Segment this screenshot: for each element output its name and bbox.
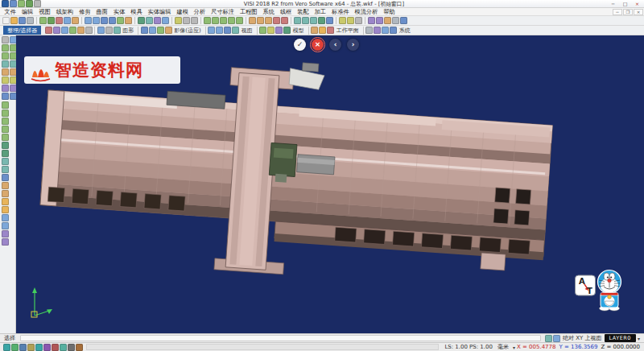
arc-icon[interactable] — [220, 17, 227, 24]
command-input[interactable] — [20, 335, 541, 341]
text-icon[interactable] — [355, 17, 362, 24]
redo-quick-icon[interactable] — [26, 0, 33, 7]
maximize-button[interactable]: □ — [619, 0, 631, 7]
draft-tool-icon[interactable] — [2, 206, 9, 213]
menu-item[interactable]: 工程图 — [237, 8, 260, 16]
system-layers-icon[interactable] — [374, 27, 381, 34]
chamfer-tool-icon[interactable] — [2, 190, 9, 197]
settings-icon[interactable] — [392, 17, 399, 24]
select-by-color-icon[interactable] — [45, 27, 52, 34]
grid-toggle-icon[interactable] — [11, 344, 19, 351]
spline-tool-icon[interactable] — [2, 142, 9, 149]
app-logo-icon[interactable] — [2, 0, 9, 7]
circle-tool-icon[interactable] — [2, 126, 9, 133]
orbit-view-icon[interactable] — [125, 17, 132, 24]
line-icon[interactable] — [212, 17, 219, 24]
show-graphics-icon[interactable] — [97, 27, 105, 34]
revolve-icon[interactable] — [302, 17, 309, 24]
zoom-out-icon[interactable] — [93, 17, 100, 24]
units-selector[interactable]: 毫米 — [497, 343, 509, 351]
ellipse-tool-icon[interactable] — [2, 134, 9, 141]
print-icon[interactable] — [27, 17, 34, 24]
invert-selection-icon[interactable] — [77, 27, 85, 34]
graphics-settings-icon[interactable] — [114, 27, 121, 34]
workplane-xy-icon[interactable] — [311, 27, 318, 34]
system-settings-icon[interactable] — [365, 27, 373, 34]
fillet-tool-icon[interactable] — [2, 182, 9, 189]
paste-icon[interactable] — [72, 17, 79, 24]
redraw-icon[interactable] — [2, 93, 9, 100]
boolean-icon[interactable] — [326, 17, 333, 24]
osnap-toggle-icon[interactable] — [35, 344, 43, 351]
shell-tool-icon[interactable] — [2, 198, 9, 205]
select-window-icon[interactable] — [183, 17, 190, 24]
polar-toggle-icon[interactable] — [27, 344, 35, 351]
view-plane-icon[interactable] — [553, 335, 560, 342]
zoom-window-icon[interactable] — [101, 17, 108, 24]
zoom-fit-icon[interactable] — [109, 17, 116, 24]
ucs-axes-icon[interactable] — [2, 76, 9, 84]
machine-bed[interactable] — [39, 90, 552, 260]
dimension-icon[interactable] — [347, 17, 354, 24]
system-units-icon[interactable] — [382, 27, 389, 34]
snap-point-icon[interactable] — [2, 44, 9, 52]
chamfer-icon[interactable] — [281, 17, 288, 24]
menu-item[interactable]: 曲面 — [93, 8, 110, 16]
fillet-icon[interactable] — [273, 17, 280, 24]
trim-icon[interactable] — [249, 17, 256, 24]
model-info-icon[interactable] — [267, 27, 275, 34]
deselect-icon[interactable] — [85, 27, 93, 34]
workplane-new-icon[interactable] — [319, 27, 326, 34]
polyline-tool-icon[interactable] — [2, 109, 9, 117]
clean-screen-toggle-icon[interactable] — [76, 344, 83, 351]
snap-grid-icon[interactable] — [2, 60, 9, 68]
menu-item[interactable]: 标准件 — [329, 8, 353, 16]
customize-quickbar-icon[interactable] — [34, 0, 41, 7]
zoom-in-icon[interactable] — [85, 17, 92, 24]
prev-step-button[interactable]: ‹ — [329, 39, 341, 51]
menu-item[interactable]: 实体编辑 — [145, 8, 174, 16]
show-hide-icon[interactable] — [2, 85, 9, 92]
redo-icon[interactable] — [47, 17, 55, 24]
model-compare-icon[interactable] — [275, 27, 283, 34]
mirror-tool-icon[interactable] — [2, 230, 9, 237]
shell-icon[interactable] — [318, 17, 325, 24]
hidden-line-icon[interactable] — [154, 17, 161, 24]
point-tool-icon[interactable] — [2, 150, 9, 157]
extend-icon[interactable] — [257, 17, 264, 24]
coord-mode-icon[interactable] — [545, 335, 552, 342]
select-chain-icon[interactable] — [191, 17, 198, 24]
menu-item[interactable]: 文件 — [2, 8, 19, 16]
layer-manager-icon[interactable] — [368, 17, 375, 24]
help-icon[interactable] — [400, 17, 407, 24]
cut-icon[interactable] — [56, 17, 63, 24]
tab-organize-selector[interactable]: 整理/选择器 — [3, 26, 41, 35]
attributes-icon[interactable] — [376, 17, 383, 24]
extrude-icon[interactable] — [294, 17, 301, 24]
menu-item[interactable]: 编辑 — [19, 8, 35, 16]
ortho-toggle-icon[interactable] — [19, 344, 27, 351]
quick-select-icon[interactable] — [69, 27, 76, 34]
layer-selector[interactable]: LAYER0 — [605, 334, 636, 342]
menu-item[interactable]: 装配 — [295, 8, 312, 16]
menu-item[interactable]: 尺寸标注 — [208, 8, 237, 16]
save-file-icon[interactable] — [19, 17, 26, 24]
model-check-icon[interactable] — [283, 27, 291, 34]
close-button[interactable]: × — [631, 0, 643, 7]
next-step-button[interactable]: › — [347, 39, 359, 51]
perspective-icon[interactable] — [162, 17, 169, 24]
copy-icon[interactable] — [64, 17, 71, 24]
open-file-icon[interactable] — [10, 17, 18, 24]
menu-item[interactable]: 模具 — [128, 8, 145, 16]
select-by-type-icon[interactable] — [61, 27, 68, 34]
select-by-layer-icon[interactable] — [53, 27, 60, 34]
new-file-icon[interactable] — [2, 17, 10, 24]
doc-restore-button[interactable]: ❐ — [623, 9, 633, 15]
previous-view-icon[interactable] — [165, 27, 172, 34]
refresh-image-icon[interactable] — [157, 27, 164, 34]
zoom-all-icon[interactable] — [141, 27, 148, 34]
top-view-icon[interactable] — [208, 27, 215, 34]
measure-icon[interactable] — [339, 17, 346, 24]
sweep-icon[interactable] — [310, 17, 317, 24]
wireframe-mode-icon[interactable] — [146, 17, 153, 24]
